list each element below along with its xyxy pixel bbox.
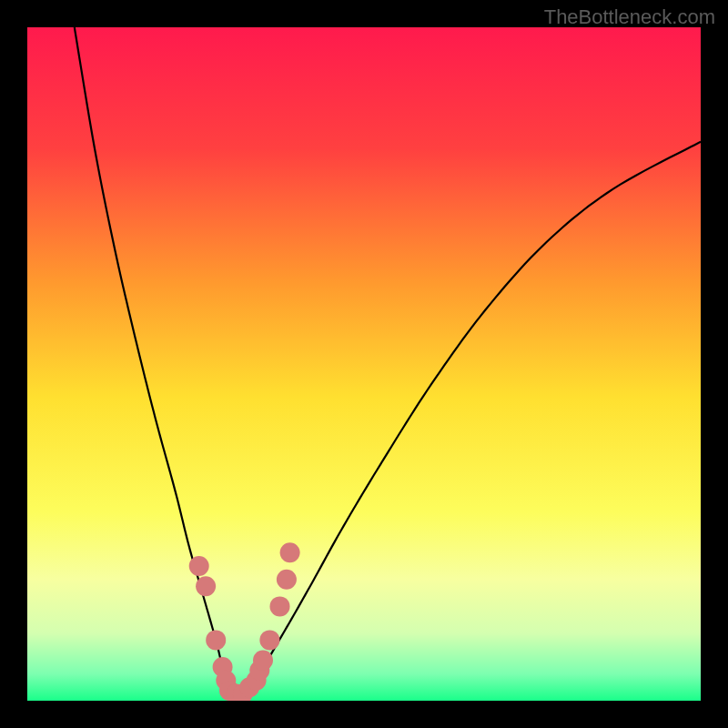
chart-svg xyxy=(27,27,701,701)
watermark-text: TheBottleneck.com xyxy=(544,5,715,29)
marker-point xyxy=(270,596,290,616)
marker-point xyxy=(277,570,297,590)
marker-point xyxy=(280,542,300,562)
marker-point xyxy=(259,630,279,650)
marker-point xyxy=(196,576,216,596)
marker-point xyxy=(253,651,273,671)
plot-area xyxy=(27,27,701,701)
chart-container: TheBottleneck.com xyxy=(0,0,728,728)
marker-point xyxy=(189,556,209,576)
gradient-background xyxy=(27,27,701,701)
marker-point xyxy=(206,630,226,650)
